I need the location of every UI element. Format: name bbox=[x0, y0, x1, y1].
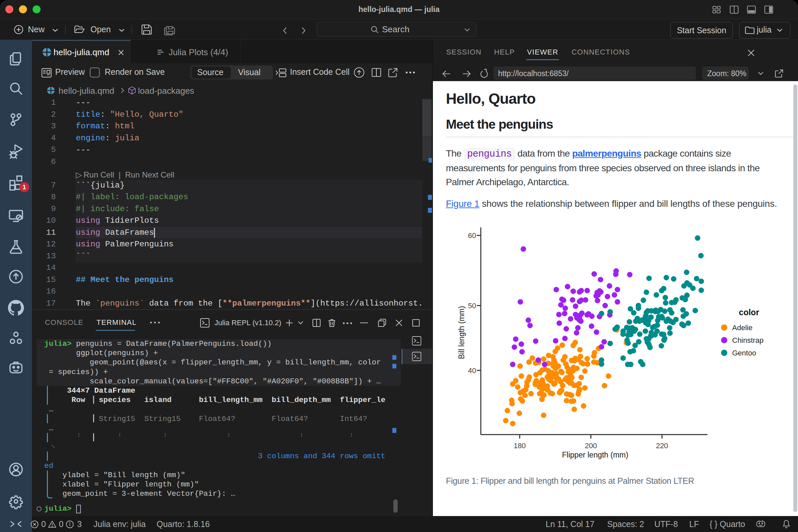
svg-text:Gentoo: Gentoo bbox=[732, 349, 756, 357]
svg-text:Chinstrap: Chinstrap bbox=[732, 336, 763, 344]
svg-text:220: 220 bbox=[656, 441, 668, 450]
svg-text:Adelie: Adelie bbox=[732, 324, 753, 332]
svg-text:40: 40 bbox=[468, 366, 476, 375]
svg-text:180: 180 bbox=[514, 441, 526, 450]
svg-text:60: 60 bbox=[468, 231, 476, 240]
svg-text:Flipper length (mm): Flipper length (mm) bbox=[562, 451, 628, 459]
svg-text:200: 200 bbox=[585, 441, 597, 450]
svg-text:Bill length (mm): Bill length (mm) bbox=[457, 306, 466, 359]
svg-text:50: 50 bbox=[468, 302, 476, 310]
svg-text:color: color bbox=[739, 307, 759, 317]
